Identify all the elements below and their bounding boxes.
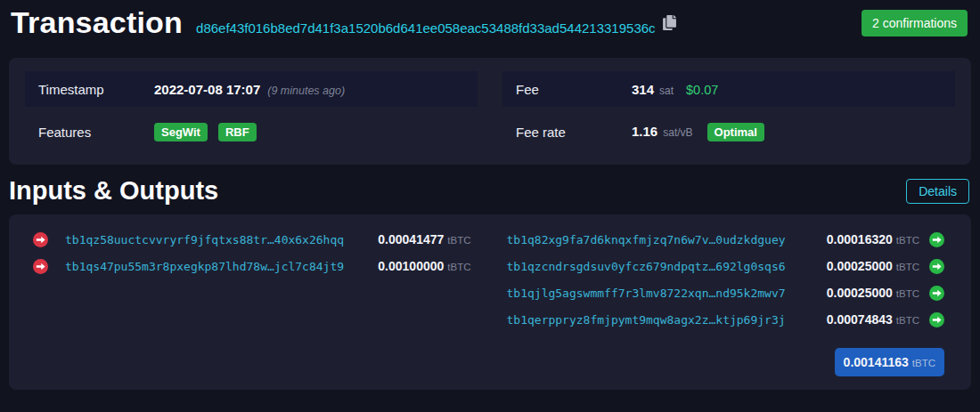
summary-left-column: Timestamp 2022-07-08 17:07 (9 minutes ag…: [25, 71, 478, 151]
output-row: tb1qjlg5agswmmff7r3lmv8722xqn…nd95k2mwv7…: [507, 283, 945, 303]
output-amount-unit: tBTC: [896, 235, 919, 246]
input-amount-value: 0.00100000: [378, 259, 444, 273]
rbf-badge: RBF: [218, 123, 257, 141]
output-amount-value: 0.00025000: [827, 259, 893, 273]
features-label: Features: [38, 125, 154, 140]
fee-amount: 314: [632, 82, 654, 97]
transaction-page: Transaction d86ef43f016b8ed7d41f3a1520b6…: [0, 0, 980, 412]
output-total-unit: tBTC: [912, 358, 935, 368]
fee-rate-row: Fee rate 1.16 sat/vB Optimal: [502, 114, 955, 149]
output-amount: 0.00074843 tBTC: [827, 312, 919, 327]
title-group: Transaction d86ef43f016b8ed7d41f3a1520b6…: [11, 6, 676, 39]
output-amount: 0.00025000 tBTC: [827, 259, 919, 273]
input-row: tb1qs47pu55m3r8pxegkp87lhd78w…jcl7c84jt9…: [33, 256, 471, 277]
fee-fiat: $0.07: [686, 83, 718, 97]
io-section-title: Inputs & Outputs: [9, 177, 218, 206]
output-amount-value: 0.00016320: [827, 232, 893, 246]
output-arrow-icon[interactable]: [929, 232, 944, 247]
output-arrow-icon[interactable]: [929, 259, 944, 274]
fee-rate-unit: sat/vB: [663, 126, 692, 139]
input-arrow-icon[interactable]: [33, 232, 48, 247]
fee-rate-value: 1.16 sat/vB Optimal: [632, 123, 764, 141]
timestamp-label: Timestamp: [38, 82, 154, 97]
output-amount: 0.00025000 tBTC: [827, 286, 919, 300]
output-amount: 0.00016320 tBTC: [827, 232, 919, 246]
timestamp-datetime: 2022-07-08 17:07: [154, 82, 260, 97]
output-amount-value: 0.00074843: [827, 312, 893, 327]
input-amount-unit: tBTC: [447, 262, 470, 272]
segwit-badge: SegWit: [154, 123, 208, 141]
page-title: Transaction: [11, 6, 183, 39]
copy-icon: [663, 20, 676, 33]
fee-rate-amount: 1.16: [632, 124, 657, 139]
io-box: tb1qz58uuctcvvryrf9jfqtxs88tr…40x6x26hqq…: [9, 214, 971, 390]
confirmations-badge[interactable]: 2 confirmations: [862, 10, 968, 36]
output-row: tb1qzcndrsgdsuv0yfcz679ndpqtz…692lg0sqs6…: [507, 256, 945, 277]
timestamp-relative: (9 minutes ago): [267, 85, 345, 97]
output-total-value: 0.00141163: [844, 355, 909, 369]
output-amount-unit: tBTC: [896, 315, 919, 326]
optimal-badge: Optimal: [707, 123, 764, 141]
fee-unit: sat: [659, 85, 674, 97]
inputs-column: tb1qz58uuctcvvryrf9jfqtxs88tr…40x6x26hqq…: [33, 230, 471, 376]
features-row: Features SegWit RBF: [25, 114, 478, 149]
fee-label: Fee: [516, 82, 632, 97]
fee-row: Fee 314 sat $0.07: [502, 71, 955, 107]
timestamp-value: 2022-07-08 17:07 (9 minutes ago): [154, 82, 345, 97]
input-arrow-icon[interactable]: [33, 259, 48, 274]
copy-txid-button[interactable]: [663, 15, 676, 30]
outputs-list: tb1q82xg9fa7d6knqxfmjzq7n6w7v…0udzkdguey…: [507, 230, 945, 330]
io-section-header: Inputs & Outputs Details: [9, 177, 969, 206]
output-amount-unit: tBTC: [896, 288, 919, 299]
features-badges: SegWit RBF: [154, 123, 257, 141]
input-amount: 0.00041477 tBTC: [378, 232, 470, 246]
output-total-badge: 0.00141163 tBTC: [835, 348, 944, 376]
fee-rate-label: Fee rate: [516, 125, 632, 140]
output-amount-value: 0.00025000: [827, 286, 893, 300]
summary-right-column: Fee 314 sat $0.07 Fee rate 1.16 sat/vB O…: [502, 71, 955, 151]
output-arrow-icon[interactable]: [929, 286, 944, 301]
details-button[interactable]: Details: [906, 179, 969, 204]
output-row: tb1qerppryz8fmjpymt9mqw8agx2z…ktjp69jr3j…: [507, 310, 945, 330]
input-amount-value: 0.00041477: [378, 232, 444, 246]
output-address-link[interactable]: tb1qjlg5agswmmff7r3lmv8722xqn…nd95k2mwv7: [507, 287, 786, 300]
output-address-link[interactable]: tb1qzcndrsgdsuv0yfcz679ndpqtz…692lg0sqs6: [507, 260, 786, 273]
output-arrow-icon[interactable]: [929, 312, 944, 327]
fee-value: 314 sat $0.07: [632, 82, 718, 97]
output-row: tb1q82xg9fa7d6knqxfmjzq7n6w7v…0udzkdguey…: [507, 230, 945, 250]
input-address-link[interactable]: tb1qz58uuctcvvryrf9jfqtxs88tr…40x6x26hqq: [65, 233, 344, 246]
outputs-column: tb1q82xg9fa7d6knqxfmjzq7n6w7v…0udzkdguey…: [507, 230, 945, 376]
input-amount-unit: tBTC: [447, 235, 470, 246]
input-address-link[interactable]: tb1qs47pu55m3r8pxegkp87lhd78w…jcl7c84jt9: [65, 260, 344, 273]
txid-link[interactable]: d86ef43f016b8ed7d41f3a1520b6d641ee058eac…: [196, 20, 656, 36]
input-row: tb1qz58uuctcvvryrf9jfqtxs88tr…40x6x26hqq…: [33, 230, 471, 250]
transaction-summary-box: Timestamp 2022-07-08 17:07 (9 minutes ag…: [9, 58, 971, 165]
input-amount: 0.00100000 tBTC: [378, 259, 470, 273]
page-header: Transaction d86ef43f016b8ed7d41f3a1520b6…: [0, 0, 980, 51]
outputs-total-row: 0.00141163 tBTC: [507, 348, 945, 376]
output-address-link[interactable]: tb1q82xg9fa7d6knqxfmjzq7n6w7v…0udzkdguey: [507, 233, 786, 246]
timestamp-row: Timestamp 2022-07-08 17:07 (9 minutes ag…: [25, 71, 478, 107]
output-amount-unit: tBTC: [896, 262, 919, 272]
output-address-link[interactable]: tb1qerppryz8fmjpymt9mqw8agx2z…ktjp69jr3j: [507, 313, 786, 327]
